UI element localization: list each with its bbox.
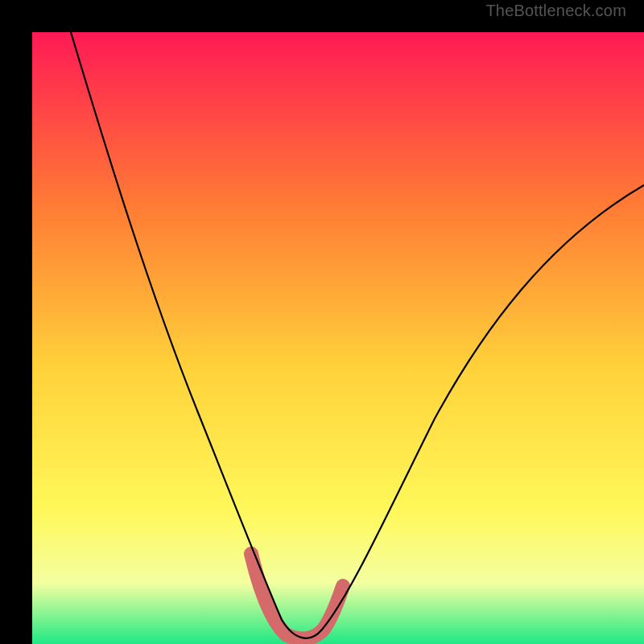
chart-plot-area (32, 32, 644, 644)
chart-frame (0, 0, 644, 644)
watermark-text: TheBottleneck.com (485, 2, 626, 20)
gradient-background (32, 32, 644, 644)
bottleneck-chart-svg (32, 32, 644, 644)
